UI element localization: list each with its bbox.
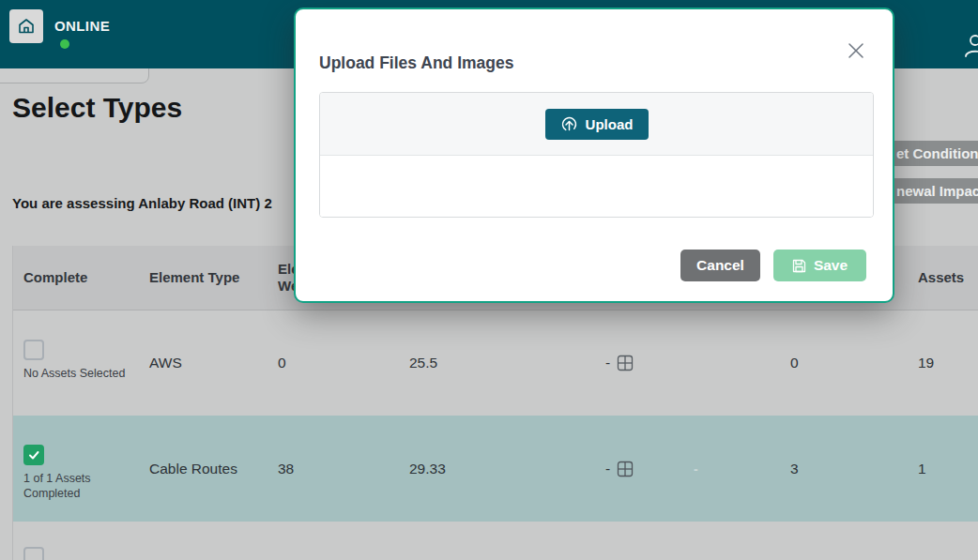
save-button[interactable]: Save <box>773 250 866 281</box>
table-grid-icon[interactable] <box>617 461 634 477</box>
row-checkbox[interactable] <box>23 340 44 360</box>
dialog-title: Upload Files And Images <box>319 53 513 73</box>
complete-cell: No Assets Selected <box>13 310 139 416</box>
weight-cell: 38 <box>267 416 399 522</box>
secondary-dash-cell: - <box>683 416 780 522</box>
header-complete: Complete <box>13 246 139 310</box>
upload-button[interactable]: Upload <box>545 109 649 140</box>
row-checkbox-checked[interactable] <box>23 445 44 465</box>
save-disk-icon <box>792 259 806 273</box>
score-cell: 29.33 <box>399 416 595 522</box>
upload-cloud-icon <box>560 115 578 133</box>
cancel-button[interactable]: Cancel <box>680 250 760 281</box>
upload-dialog: Upload Files And Images Upload Cancel <box>294 8 894 303</box>
upload-button-label: Upload <box>586 116 634 132</box>
person-icon[interactable] <box>961 32 978 60</box>
assets-cell: 1 <box>908 416 978 522</box>
table-row[interactable]: No Assets Selected AWS 0 25.5 - 0 19 <box>13 310 978 416</box>
element-type-cell: AWS <box>139 310 267 416</box>
upload-toolbar: Upload <box>320 93 873 156</box>
assessing-text: You are assessing Anlaby Road (INT) 2 <box>12 195 272 211</box>
complete-cell <box>13 522 139 560</box>
dialog-footer: Cancel Save <box>680 250 866 281</box>
weight-cell: 0 <box>267 310 399 416</box>
file-list-empty <box>320 156 873 218</box>
matrix-cell: - <box>595 416 683 522</box>
row-status-text: No Assets Selected <box>23 367 139 382</box>
count-cell: 0 <box>780 310 908 416</box>
table-row[interactable] <box>13 522 978 560</box>
complete-cell: 1 of 1 Assets Completed <box>13 416 139 522</box>
table-grid-icon[interactable] <box>617 355 634 371</box>
table-row-selected[interactable]: 1 of 1 Assets Completed Cable Routes 38 … <box>13 416 978 522</box>
home-icon <box>17 17 36 36</box>
asset-condition-button[interactable]: et Condition P <box>890 141 978 166</box>
header-element-type: Element Type <box>139 246 267 310</box>
row-status-text: 1 of 1 Assets Completed <box>23 472 139 501</box>
row-checkbox[interactable] <box>23 547 44 560</box>
online-status-dot <box>60 39 69 49</box>
upload-dropzone: Upload <box>319 92 874 218</box>
check-icon <box>27 448 40 462</box>
count-cell: 3 <box>780 416 908 522</box>
header-assets: Assets <box>908 246 978 310</box>
score-cell: 25.5 <box>399 310 595 416</box>
close-icon[interactable] <box>847 41 865 60</box>
page-title: Select Types <box>12 92 182 124</box>
renewal-impact-button[interactable]: newal Impact <box>890 178 978 204</box>
home-button[interactable] <box>9 9 43 43</box>
element-type-cell: Cable Routes <box>139 416 267 522</box>
brand-label: ONLINE <box>54 18 110 34</box>
matrix-cell: - <box>595 310 683 416</box>
assets-cell: 19 <box>908 310 978 416</box>
